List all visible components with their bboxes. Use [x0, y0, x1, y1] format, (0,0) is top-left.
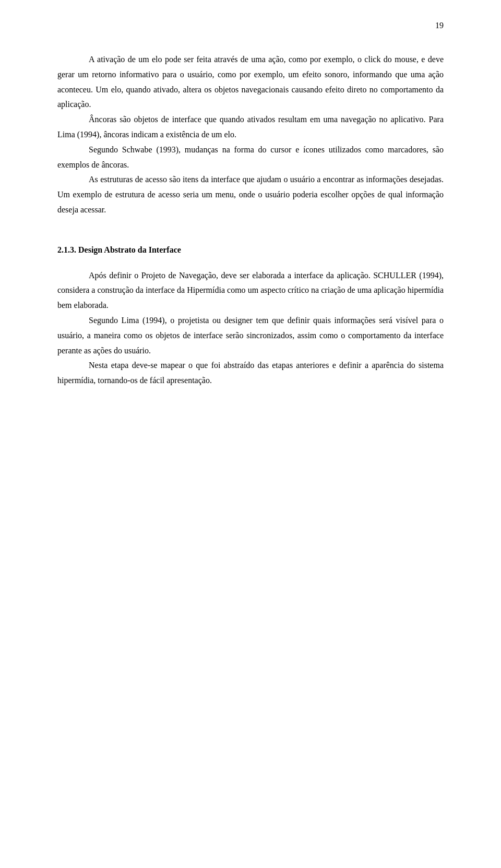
- paragraph-3: Segundo Schwabe (1993), mudanças na form…: [57, 142, 444, 173]
- paragraph-1: A ativação de um elo pode ser feita atra…: [57, 52, 444, 112]
- paragraph-2: Âncoras são objetos de interface que qua…: [57, 112, 444, 142]
- section-title: Design Abstrato da Interface: [78, 245, 181, 254]
- section-paragraph-1: Após definir o Projeto de Navegação, dev…: [57, 268, 444, 313]
- paragraph-4: As estruturas de acesso são itens da int…: [57, 172, 444, 217]
- section-paragraph-2: Segundo Lima (1994), o projetista ou des…: [57, 313, 444, 358]
- page: 19 A ativação de um elo pode ser feita a…: [0, 0, 501, 868]
- section-paragraph-3: Nesta etapa deve-se mapear o que foi abs…: [57, 358, 444, 388]
- section-heading: 2.1.3. Design Abstrato da Interface: [57, 243, 444, 258]
- main-content: A ativação de um elo pode ser feita atra…: [57, 52, 444, 388]
- page-number: 19: [435, 21, 444, 30]
- section-number: 2.1.3.: [57, 245, 78, 254]
